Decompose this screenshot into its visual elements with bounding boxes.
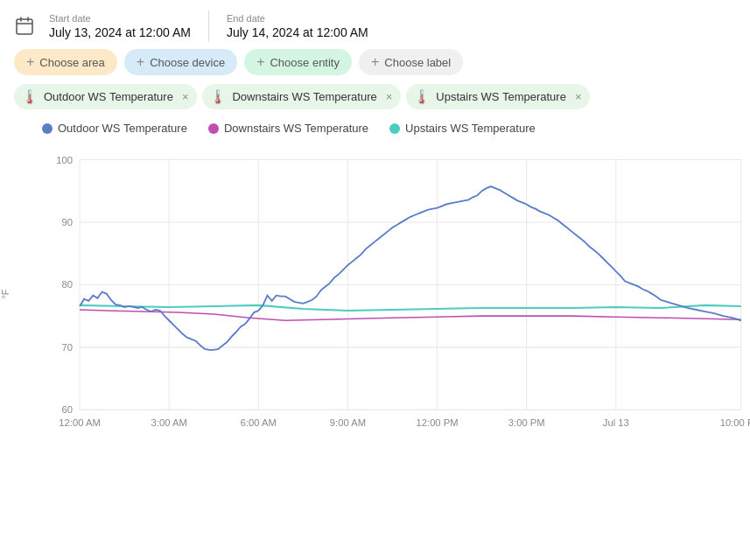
thermometer-icon: 🌡️ bbox=[209, 88, 227, 105]
legend-upstairs-dot bbox=[389, 123, 400, 134]
top-bar: Start date July 13, 2024 at 12:00 AM End… bbox=[0, 0, 750, 49]
area-label: Choose area bbox=[39, 56, 104, 69]
chart-legend: Outdoor WS Temperature Downstairs WS Tem… bbox=[0, 118, 750, 142]
sensor-outdoor-label: Outdoor WS Temperature bbox=[44, 90, 173, 103]
end-date-label: End date bbox=[227, 13, 368, 24]
sensor-bar: 🌡️ Outdoor WS Temperature × 🌡️ Downstair… bbox=[0, 84, 750, 118]
legend-outdoor-dot bbox=[42, 123, 53, 134]
svg-text:Jul 13: Jul 13 bbox=[603, 417, 629, 428]
svg-text:9:00 AM: 9:00 AM bbox=[330, 417, 366, 428]
y-axis-label: °F bbox=[0, 289, 11, 298]
calendar-icon bbox=[14, 16, 35, 37]
svg-text:3:00 PM: 3:00 PM bbox=[508, 417, 545, 428]
thermometer-icon: 🌡️ bbox=[21, 88, 39, 105]
legend-downstairs-dot bbox=[208, 123, 219, 134]
chart-area: °F 100 90 80 70 60 12:00 AM bbox=[0, 142, 750, 445]
legend-downstairs: Downstairs WS Temperature bbox=[208, 122, 368, 135]
svg-text:60: 60 bbox=[61, 404, 72, 415]
outdoor-line bbox=[80, 186, 741, 350]
sensor-downstairs-label: Downstairs WS Temperature bbox=[232, 90, 376, 103]
start-date-value: July 13, 2024 at 12:00 AM bbox=[49, 25, 191, 39]
plus-icon: + bbox=[256, 54, 264, 70]
start-date-block[interactable]: Start date July 13, 2024 at 12:00 AM bbox=[49, 13, 191, 39]
plus-icon: + bbox=[26, 54, 34, 70]
svg-text:3:00 AM: 3:00 AM bbox=[151, 417, 187, 428]
remove-outdoor-button[interactable]: × bbox=[182, 90, 189, 103]
svg-text:10:00 PM: 10:00 PM bbox=[720, 417, 750, 428]
legend-upstairs: Upstairs WS Temperature bbox=[389, 122, 536, 135]
plus-icon: + bbox=[137, 54, 144, 70]
end-date-value: July 14, 2024 at 12:00 AM bbox=[227, 25, 368, 39]
svg-text:6:00 AM: 6:00 AM bbox=[241, 417, 277, 428]
choose-label-button[interactable]: + Choose label bbox=[359, 49, 463, 75]
svg-text:70: 70 bbox=[61, 342, 72, 353]
svg-text:12:00 PM: 12:00 PM bbox=[417, 417, 459, 428]
sensor-upstairs-label: Upstairs WS Temperature bbox=[436, 90, 566, 103]
filter-bar: + Choose area + Choose device + Choose e… bbox=[0, 49, 750, 84]
legend-downstairs-label: Downstairs WS Temperature bbox=[224, 122, 368, 135]
legend-outdoor: Outdoor WS Temperature bbox=[42, 122, 187, 135]
entity-label: Choose entity bbox=[270, 56, 340, 69]
downstairs-line bbox=[80, 310, 741, 320]
date-range: Start date July 13, 2024 at 12:00 AM End… bbox=[49, 10, 736, 42]
choose-entity-button[interactable]: + Choose entity bbox=[244, 49, 352, 75]
legend-upstairs-label: Upstairs WS Temperature bbox=[405, 122, 536, 135]
device-label: Choose device bbox=[150, 56, 225, 69]
remove-downstairs-button[interactable]: × bbox=[386, 90, 393, 103]
choose-device-button[interactable]: + Choose device bbox=[124, 49, 237, 75]
svg-text:80: 80 bbox=[61, 279, 72, 290]
svg-text:12:00 AM: 12:00 AM bbox=[59, 417, 100, 428]
start-date-label: Start date bbox=[49, 13, 191, 24]
chart-svg: 100 90 80 70 60 12:00 AM 3:00 AM 6:00 AM… bbox=[35, 142, 750, 445]
svg-text:100: 100 bbox=[56, 155, 73, 165]
plus-icon: + bbox=[371, 54, 379, 70]
svg-text:90: 90 bbox=[61, 217, 72, 228]
sensor-chip-upstairs: 🌡️ Upstairs WS Temperature × bbox=[406, 84, 590, 109]
label-label: Choose label bbox=[384, 56, 451, 69]
svg-rect-0 bbox=[17, 19, 32, 34]
sensor-chip-downstairs: 🌡️ Downstairs WS Temperature × bbox=[202, 84, 401, 109]
remove-upstairs-button[interactable]: × bbox=[575, 90, 582, 103]
end-date-block[interactable]: End date July 14, 2024 at 12:00 AM bbox=[227, 13, 368, 39]
choose-area-button[interactable]: + Choose area bbox=[14, 49, 117, 75]
date-separator bbox=[208, 10, 209, 42]
legend-outdoor-label: Outdoor WS Temperature bbox=[58, 122, 187, 135]
sensor-chip-outdoor: 🌡️ Outdoor WS Temperature × bbox=[14, 84, 197, 109]
thermometer-icon: 🌡️ bbox=[413, 88, 431, 105]
upstairs-line bbox=[80, 305, 741, 311]
